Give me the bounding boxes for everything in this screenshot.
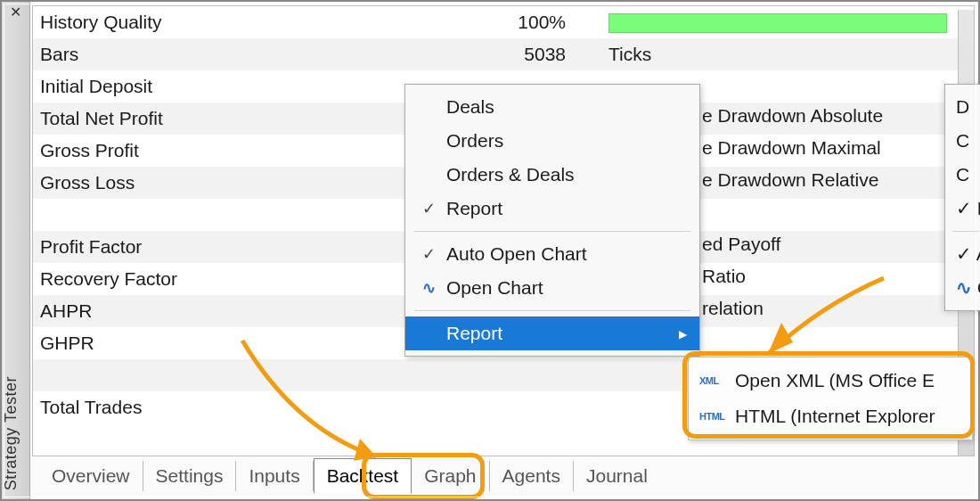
rc-dd-abs: e Drawdown Absolute	[702, 100, 883, 132]
menu-item-orders-deals[interactable]: Orders & Deals	[405, 158, 699, 192]
label-total-net-profit: Total Net Profit	[40, 108, 414, 129]
chart-icon	[416, 278, 441, 298]
tab-overview[interactable]: Overview	[39, 461, 143, 491]
context-menu-peek: D C C F A C	[944, 84, 980, 311]
rc-payoff: ed Payoff	[702, 228, 883, 260]
rc-ratio: Ratio	[702, 260, 883, 292]
submenu-item-html[interactable]: HTMLHTML (Internet Explorer	[689, 398, 972, 434]
submenu-label-html: HTML (Internet Explorer	[735, 406, 961, 427]
close-icon[interactable]: ✕	[2, 5, 29, 20]
menu-separator	[952, 231, 979, 232]
rc-relation: relation	[702, 292, 883, 324]
tab-settings[interactable]: Settings	[143, 461, 237, 491]
label-initial-deposit: Initial Deposit	[40, 76, 414, 97]
tab-journal[interactable]: Journal	[574, 461, 660, 491]
tab-bar: Overview Settings Inputs Backtest Graph …	[32, 456, 975, 496]
submenu-item-xml[interactable]: XMLOpen XML (MS Office E	[689, 363, 972, 398]
check-icon	[416, 244, 441, 264]
menu2-i4[interactable]: F	[945, 192, 980, 226]
label-ghpr: GHPR	[40, 333, 414, 354]
rc-dd-max: e Drawdown Maximal	[702, 132, 883, 164]
label-bars: Bars	[40, 44, 414, 65]
tab-inputs[interactable]: Inputs	[236, 461, 313, 491]
menu-item-orders[interactable]: Orders	[405, 124, 699, 158]
rc-dd-rel: e Drawdown Relative	[702, 164, 883, 196]
label-ahpr: AHPR	[40, 300, 414, 322]
label-total-trades: Total Trades	[40, 397, 414, 418]
right-column-labels: e Drawdown Absolute e Drawdown Maximal e…	[702, 68, 883, 324]
chart-icon	[956, 277, 972, 298]
tab-backtest[interactable]: Backtest	[314, 458, 412, 494]
check-icon	[956, 243, 972, 264]
label-ticks: Ticks	[592, 44, 967, 65]
menu-label-orders-deals: Orders & Deals	[441, 164, 687, 185]
quality-bar	[608, 13, 947, 33]
menu-item-open-chart[interactable]: Open Chart	[405, 271, 699, 305]
menu2-i6[interactable]: C	[945, 271, 980, 305]
label-gross-profit: Gross Profit	[40, 140, 414, 161]
menu2-i3[interactable]: C	[945, 158, 980, 192]
submenu-label-xml: Open XML (MS Office E	[735, 370, 961, 391]
label-gross-loss: Gross Loss	[40, 172, 414, 193]
xml-icon: XML	[699, 375, 735, 386]
menu-item-deals[interactable]: Deals	[405, 90, 699, 124]
menu-label-deals: Deals	[441, 96, 687, 118]
sidebar: ✕ Strategy Tester	[2, 2, 30, 499]
tab-agents[interactable]: Agents	[490, 461, 574, 491]
tab-graph[interactable]: Graph	[412, 461, 489, 491]
app-frame: ✕ Strategy Tester History Quality 100% B…	[0, 0, 980, 501]
value-history-quality: 100%	[414, 12, 592, 33]
menu-label-auto-open-chart: Auto Open Chart	[441, 243, 687, 265]
check-icon	[956, 198, 972, 218]
label-recovery-factor: Recovery Factor	[40, 268, 414, 290]
menu-separator	[414, 310, 690, 311]
menu-label-orders: Orders	[441, 130, 687, 152]
menu-item-report-view[interactable]: Report	[405, 192, 699, 226]
menu2-i1[interactable]: D	[945, 90, 980, 124]
menu2-i2[interactable]: C	[945, 124, 980, 158]
menu-item-report[interactable]: Report	[405, 316, 699, 350]
report-submenu: XMLOpen XML (MS Office E HTMLHTML (Inter…	[688, 357, 973, 440]
quality-bar-cell	[592, 12, 967, 33]
menu-label-report: Report	[441, 323, 679, 344]
row-bars: Bars 5038 Ticks	[33, 38, 974, 70]
row-history-quality: History Quality 100%	[33, 6, 974, 38]
menu-item-auto-open-chart[interactable]: Auto Open Chart	[405, 237, 699, 271]
menu-label-report-view: Report	[441, 198, 687, 219]
chevron-right-icon	[679, 326, 687, 341]
menu-separator	[414, 231, 690, 232]
label-profit-factor: Profit Factor	[40, 236, 414, 258]
value-bars: 5038	[414, 44, 592, 65]
html-icon: HTML	[699, 411, 735, 422]
check-icon	[416, 199, 441, 218]
menu2-i5[interactable]: A	[945, 237, 980, 271]
context-menu: Deals Orders Orders & Deals Report Auto …	[404, 84, 700, 357]
menu-label-open-chart: Open Chart	[441, 277, 687, 299]
sidebar-title: Strategy Tester	[2, 376, 29, 490]
label-history-quality: History Quality	[40, 12, 414, 33]
